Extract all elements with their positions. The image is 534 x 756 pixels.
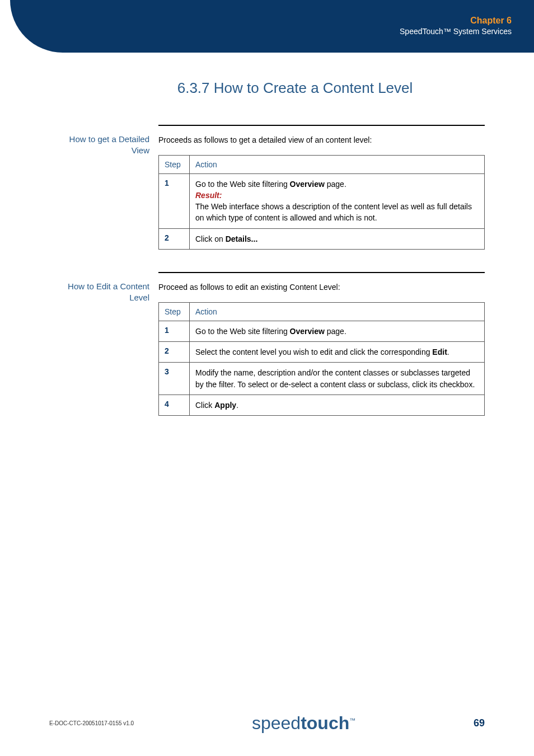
step-number: 2 (159, 228, 190, 249)
result-label: Result: (195, 191, 222, 200)
step-action: Modify the name, description and/or the … (190, 363, 485, 395)
chapter-label: Chapter 6 (400, 16, 512, 26)
steps-table: StepAction1Go to the Web site filtering … (158, 155, 485, 250)
page-footer: E-DOC-CTC-20051017-0155 v1.0 speedtouch™… (0, 713, 534, 734)
step-number: 2 (159, 341, 190, 362)
section-rule (158, 125, 485, 126)
step-action: Select the content level you wish to edi… (190, 341, 485, 362)
table-row: 2Click on Details... (159, 228, 485, 249)
step-number: 4 (159, 395, 190, 415)
footer-logo-bold: touch (301, 713, 349, 733)
footer-doc-id: E-DOC-CTC-20051017-0155 v1.0 (49, 720, 134, 726)
content-area: How to get a Detailed ViewProceeds as fo… (0, 125, 534, 416)
table-row: 3Modify the name, description and/or the… (159, 363, 485, 395)
header-content: Chapter 6 SpeedTouch™ System Services (400, 16, 512, 36)
footer-page-number: 69 (474, 717, 485, 729)
steps-table: StepAction1Go to the Web site filtering … (158, 302, 485, 416)
step-number: 1 (159, 173, 190, 228)
step-action: Go to the Web site filtering Overview pa… (190, 321, 485, 341)
footer-logo: speedtouch™ (252, 713, 355, 734)
section-body: Proceed as follows to edit an existing C… (158, 272, 485, 416)
table-header-action: Action (190, 155, 485, 173)
table-header-step: Step (159, 302, 190, 321)
table-row: 2Select the content level you wish to ed… (159, 341, 485, 362)
table-row: 4Click Apply. (159, 395, 485, 415)
page-title: 6.3.7 How to Create a Content Level (0, 79, 534, 97)
section-intro: Proceed as follows to edit an existing C… (158, 282, 485, 293)
table-header-action: Action (190, 302, 485, 321)
footer-logo-light: speed (252, 713, 301, 733)
table-row: 1Go to the Web site filtering Overview p… (159, 321, 485, 341)
section-rule (158, 272, 485, 273)
section-label: How to get a Detailed View (49, 125, 158, 250)
step-action: Click Apply. (190, 395, 485, 415)
footer-logo-tm: ™ (349, 717, 355, 724)
section-intro: Proceeds as follows to get a detailed vi… (158, 135, 485, 146)
result-text: The Web interface shows a description of… (195, 202, 472, 222)
table-header-step: Step (159, 155, 190, 173)
step-number: 3 (159, 363, 190, 395)
section: How to Edit a Content LevelProceed as fo… (49, 272, 485, 416)
section: How to get a Detailed ViewProceeds as fo… (49, 125, 485, 250)
table-row: 1Go to the Web site filtering Overview p… (159, 173, 485, 228)
header-bar: Chapter 6 SpeedTouch™ System Services (10, 0, 534, 53)
step-number: 1 (159, 321, 190, 341)
section-label: How to Edit a Content Level (49, 272, 158, 416)
section-body: Proceeds as follows to get a detailed vi… (158, 125, 485, 250)
step-action: Go to the Web site filtering Overview pa… (190, 173, 485, 228)
step-action: Click on Details... (190, 228, 485, 249)
chapter-subtitle: SpeedTouch™ System Services (400, 27, 512, 36)
